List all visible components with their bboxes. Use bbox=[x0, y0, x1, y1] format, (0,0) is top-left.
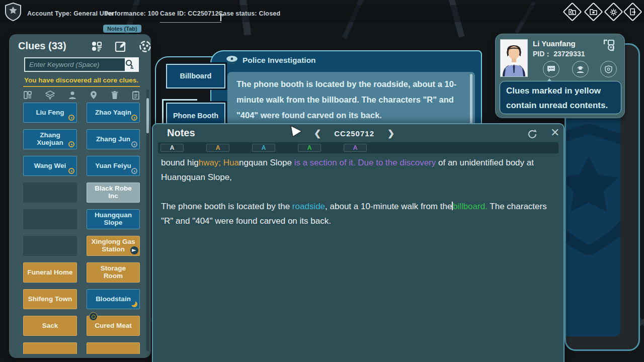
avatar bbox=[500, 39, 528, 77]
prev-case-arrow[interactable]: ❮ bbox=[314, 128, 321, 139]
clue-button-partial[interactable] bbox=[23, 342, 77, 354]
share-network-icon[interactable] bbox=[139, 40, 151, 53]
clue-slot-empty bbox=[23, 236, 77, 256]
notes-text-segment: "R" and "404" were found carved on its b… bbox=[161, 216, 331, 226]
clue-button-huangquan-slope[interactable]: Huangquan Slope bbox=[87, 209, 140, 229]
notes-text-segment: billboard. bbox=[453, 202, 488, 211]
notes-line bbox=[161, 185, 553, 199]
clue-button-xinglong-gas-station[interactable]: Xinglong Gas Station bbox=[87, 236, 140, 256]
unread-badge-gold-dot bbox=[68, 115, 74, 121]
police-investigation-header: Police Investigation bbox=[225, 55, 316, 65]
notes-panel: Notes ❮ CC250712 ❯ ✕ AAAAA bound highway… bbox=[152, 123, 565, 362]
search-input[interactable] bbox=[24, 57, 125, 72]
notes-case-navigation: ❮ CC250712 ❯ bbox=[314, 128, 394, 139]
clue-button-label: Xinglong Gas Station bbox=[90, 238, 136, 253]
clue-button-cured-meat[interactable]: Cured Meat bbox=[87, 316, 140, 336]
notes-text-segment: bound hig bbox=[161, 158, 199, 167]
clue-slot-empty bbox=[23, 209, 77, 229]
next-case-arrow[interactable]: ❯ bbox=[387, 128, 394, 139]
portrait-swap-icon[interactable] bbox=[602, 39, 615, 52]
clue-button-wang-wei[interactable]: Wang Wei bbox=[23, 156, 77, 176]
clue-button-sack[interactable]: Sack bbox=[23, 316, 77, 336]
clue-button-label: Zhao Yaqin bbox=[95, 109, 131, 117]
performance-label: Performance: 100 bbox=[104, 10, 158, 17]
clue-button-label: Zhang Xuejuan bbox=[27, 132, 73, 147]
clue-list-view-icon[interactable] bbox=[91, 40, 103, 52]
filter-layers-icon[interactable] bbox=[45, 90, 55, 100]
notes-color-tab-2[interactable]: A bbox=[252, 144, 275, 152]
filter-clipboard-icon[interactable] bbox=[132, 90, 140, 100]
clue-button-label: Zhang Jun bbox=[96, 136, 130, 143]
notes-line: The phone booth is located by the roadsi… bbox=[161, 199, 553, 214]
node-button-billboard[interactable]: Billboard bbox=[166, 64, 225, 88]
notes-color-tab-0[interactable]: A bbox=[160, 144, 184, 152]
clue-button-label: Sack bbox=[42, 322, 58, 330]
clue-button-funeral-home[interactable]: Funeral Home bbox=[23, 262, 77, 283]
clue-button-partial[interactable] bbox=[87, 342, 140, 354]
clue-button-label: Liu Feng bbox=[36, 109, 64, 117]
unread-badge-crescent bbox=[131, 301, 137, 307]
unread-badge-gold-dot bbox=[68, 141, 74, 147]
svg-text:&: & bbox=[130, 65, 134, 70]
notes-text-segment: of an unidentified body at bbox=[438, 158, 534, 167]
account-type-label: Account Type: General User bbox=[27, 10, 114, 17]
investigation-text-box: The phone booth is located by the roadsi… bbox=[227, 72, 475, 126]
notes-line: Huangquan Slope, bbox=[161, 170, 553, 185]
unread-badge-gold-dot bbox=[68, 168, 74, 174]
close-icon[interactable]: ✕ bbox=[550, 126, 559, 139]
clue-button-label: Shifeng Town bbox=[28, 296, 72, 303]
clue-button-zhao-yaqin[interactable]: Zhao Yaqin bbox=[87, 103, 140, 123]
notes-reset-icon[interactable] bbox=[526, 128, 538, 140]
clues-panel-title: Clues (33) bbox=[18, 40, 66, 52]
clue-button-label: Black Robe Inc bbox=[90, 185, 136, 200]
clue-button-shifeng-town[interactable]: Shifeng Town bbox=[23, 289, 77, 309]
clue-button-bloodstain[interactable]: Bloodstain bbox=[87, 289, 140, 309]
clue-button-liu-feng[interactable]: Liu Feng bbox=[23, 103, 77, 123]
notes-text-content[interactable]: bound highway; Huangquan Slope is a sect… bbox=[161, 155, 553, 228]
clue-button-storage-room[interactable]: Storage Room bbox=[87, 262, 140, 283]
notes-color-tab-1[interactable]: A bbox=[206, 144, 229, 152]
filter-cabinet-icon[interactable] bbox=[23, 90, 32, 100]
notes-color-toolbar: AAAAA bbox=[158, 142, 558, 153]
notes-text-segment: , about a 10-minute walk from the bbox=[325, 202, 452, 211]
badge-shield-icon[interactable] bbox=[600, 61, 617, 77]
divider bbox=[23, 86, 140, 87]
clue-button-label: Wang Wei bbox=[34, 162, 66, 170]
edit-note-icon[interactable] bbox=[115, 40, 127, 52]
unread-badge-gray-dot bbox=[131, 141, 137, 147]
discovered-message: You have discovered all core clues. bbox=[24, 76, 138, 84]
case-id-dropdown[interactable]: Case ID: CC250712 ▼ bbox=[160, 10, 221, 23]
notes-line: "R" and "404" were found carved on its b… bbox=[161, 214, 553, 228]
notes-color-tab-4[interactable]: A bbox=[344, 144, 367, 152]
filter-trash-icon[interactable] bbox=[111, 90, 119, 100]
assistant-pid: PID： 23729331 bbox=[533, 50, 585, 59]
police-investigation-title: Police Investigation bbox=[243, 56, 316, 65]
filter-person-icon[interactable] bbox=[68, 90, 77, 100]
clue-slot-empty bbox=[23, 183, 77, 203]
notes-text-segment: is a section of it. Due to the discovery bbox=[294, 158, 438, 167]
filter-location-pin-icon[interactable] bbox=[90, 90, 98, 100]
notes-case-id: CC250712 bbox=[334, 129, 374, 138]
search-button[interactable]: & bbox=[125, 57, 139, 72]
contact-person-icon[interactable] bbox=[572, 61, 589, 77]
clue-button-black-robe-inc[interactable]: Black Robe Inc bbox=[87, 183, 140, 203]
notes-color-tab-3[interactable]: A bbox=[298, 144, 321, 152]
clues-scrollbar-thumb[interactable] bbox=[146, 98, 149, 133]
clue-button-zhang-xuejuan[interactable]: Zhang Xuejuan bbox=[23, 129, 77, 149]
notes-title: Notes bbox=[167, 127, 195, 139]
notes-text-segment: The phone booth is located by the bbox=[161, 202, 292, 211]
clue-button-yuan-feiyu[interactable]: Yuan Feiyu bbox=[87, 156, 140, 176]
notes-tab-hint-badge: Notes (Tab) bbox=[103, 25, 141, 33]
unread-badge-gray-dot bbox=[131, 168, 137, 174]
notes-text-segment: ngquan Slope bbox=[239, 158, 294, 167]
investigation-text: The phone booth is located by the roadsi… bbox=[236, 76, 462, 123]
case-status-label: Case status: Closed bbox=[218, 10, 280, 17]
assistant-name: Li Yuanfang bbox=[533, 39, 576, 48]
clue-button-grid: Liu FengZhao YaqinZhang XuejuanZhang Jun… bbox=[23, 103, 140, 354]
clue-button-zhang-jun[interactable]: Zhang Jun bbox=[87, 129, 140, 149]
assistant-card: Li Yuanfang PID： 23729331 Clues marked i… bbox=[495, 34, 625, 118]
police-shield-logo bbox=[4, 2, 22, 21]
chat-bubble-icon[interactable] bbox=[543, 61, 559, 77]
notes-line: bound highway; Huangquan Slope is a sect… bbox=[161, 155, 553, 170]
game-screen: Account Type: General User Performance: … bbox=[0, 0, 644, 362]
